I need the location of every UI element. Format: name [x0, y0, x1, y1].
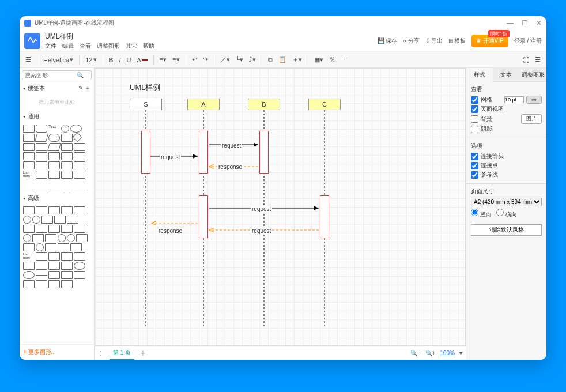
status-bar: ⋮ 第 1 页 + 🔍− 🔍+ 100% ▾ — [95, 346, 466, 360]
zoom-value[interactable]: 100% — [440, 350, 455, 356]
zoom-out-button[interactable]: 🔍− — [410, 350, 421, 356]
italic-button[interactable]: I — [116, 55, 123, 65]
radio-portrait[interactable] — [471, 209, 478, 216]
app-small-icon — [24, 20, 31, 27]
activation-A2[interactable] — [199, 195, 208, 238]
minimize-button[interactable]: — — [507, 19, 514, 27]
lbl-req2: request — [221, 142, 242, 149]
search-icon: 🔍 — [77, 72, 84, 78]
checkbox-conn-point[interactable] — [471, 162, 478, 169]
document-title[interactable]: UML样例 — [45, 32, 373, 42]
share-button[interactable]: ∝分享 — [403, 37, 420, 45]
activation-S1[interactable] — [141, 131, 150, 174]
link-button[interactable]: ％ — [327, 54, 338, 66]
general-shapes[interactable]: Text List Item — [20, 122, 94, 193]
lbl-req1: request — [160, 154, 181, 160]
checkbox-guideline[interactable] — [471, 171, 478, 179]
paste-button[interactable]: 📋 — [276, 54, 289, 65]
tab-adjust[interactable]: 调整图形 — [520, 68, 546, 82]
connector-button[interactable]: └▾ — [233, 54, 246, 65]
group-sticky[interactable]: 便签本✎ ＋ — [20, 82, 94, 94]
reset-style-button[interactable]: 清除默认风格 — [471, 224, 542, 236]
panel-toggle-button[interactable]: ☰ — [533, 54, 543, 65]
menu-file[interactable]: 文件 — [45, 42, 56, 50]
menu-other[interactable]: 其它 — [126, 42, 137, 50]
section-pagesize: 页面尺寸 — [471, 187, 542, 195]
font-select[interactable]: Helvetica▾ — [41, 54, 76, 65]
lbl-resp1: response — [217, 164, 243, 170]
template-icon: ⊞ — [448, 37, 453, 44]
pagesize-select[interactable]: A2 (420 mm x 594 mm) — [471, 198, 542, 206]
zoom-in-button[interactable]: 🔍+ — [425, 350, 436, 356]
menu-help[interactable]: 帮助 — [143, 42, 154, 50]
canvas-area: UML样例 S A B C — [95, 68, 466, 360]
advanced-shapes[interactable]: List Item — [20, 204, 94, 291]
lbl-req3: request — [251, 206, 272, 212]
shape-search-input[interactable] — [25, 72, 77, 78]
tab-text[interactable]: 文本 — [493, 68, 519, 82]
group-general[interactable]: 通用 — [20, 111, 94, 122]
checkbox-grid[interactable] — [471, 96, 478, 104]
copy-button[interactable]: ⧉ — [266, 54, 275, 65]
align-vert-button[interactable]: ≡▾ — [170, 54, 182, 65]
checkbox-conn-arrow[interactable] — [471, 153, 478, 160]
os-titlebar: UML样例-迅捷画图-在线流程图 — ☐ ✕ — [20, 16, 546, 30]
align-left-button[interactable]: ≡▾ — [157, 54, 169, 65]
lbl-resp2: response — [157, 228, 183, 234]
sequence-lines — [95, 69, 464, 340]
close-button[interactable]: ✕ — [536, 19, 542, 27]
shape-search[interactable]: 🔍 — [22, 70, 92, 80]
login-link[interactable]: 登录 / 注册 — [514, 37, 542, 45]
checkbox-background[interactable] — [471, 115, 478, 123]
grid-size-input[interactable] — [504, 96, 524, 103]
activation-C1[interactable] — [320, 195, 329, 238]
sidebar-toggle-button[interactable]: ☰ — [23, 54, 33, 65]
line-style-button[interactable]: ／▾ — [218, 54, 232, 66]
grid-color-button[interactable]: ▭ — [526, 96, 542, 104]
section-options: 选项 — [471, 142, 542, 150]
redo-button[interactable]: ↷ — [201, 54, 210, 65]
app-header: UML样例 文件 编辑 查看 调整图形 其它 帮助 💾保存 ∝分享 ↧导出 ⊞模… — [20, 30, 546, 52]
properties-panel: 样式 文本 调整图形 查看 网格 ▭ 页面视图 背景 图片 阴影 选项 连接箭头… — [466, 68, 546, 360]
image-button[interactable]: 图片 — [521, 114, 542, 124]
bold-button[interactable]: B — [107, 55, 116, 65]
page-tab-1[interactable]: 第 1 页 — [110, 346, 134, 360]
menu-bar: 文件 编辑 查看 调整图形 其它 帮助 — [45, 42, 373, 50]
share-icon: ∝ — [403, 37, 407, 44]
shapes-sidebar: 🔍 便签本✎ ＋ 把元素拖至此处 通用 Text List Item 高级 — [20, 68, 95, 360]
menu-view[interactable]: 查看 — [80, 42, 91, 50]
drawing-canvas[interactable]: UML样例 S A B C — [95, 68, 466, 346]
vip-button[interactable]: 限时1折 ♛ 开通VIP — [471, 35, 508, 47]
activation-B1[interactable] — [259, 131, 269, 174]
underline-button[interactable]: U — [124, 55, 134, 65]
lbl-req4: request — [251, 228, 272, 234]
waypoint-button[interactable]: ⤴▾ — [247, 54, 258, 65]
undo-button[interactable]: ↶ — [190, 54, 199, 65]
checkbox-shadow[interactable] — [471, 126, 478, 133]
main-area: 🔍 便签本✎ ＋ 把元素拖至此处 通用 Text List Item 高级 — [20, 68, 546, 360]
zoom-dropdown-icon[interactable]: ▾ — [459, 350, 462, 356]
radio-landscape[interactable] — [496, 209, 504, 216]
activation-A1[interactable] — [199, 131, 208, 174]
fullscreen-button[interactable]: ⛶ — [520, 55, 531, 65]
crown-icon: ♛ — [476, 37, 481, 44]
app-logo-icon — [24, 33, 40, 49]
tab-style[interactable]: 样式 — [466, 68, 493, 82]
sticky-dropzone[interactable]: 把元素拖至此处 — [20, 94, 94, 111]
more-button[interactable]: ⋯ — [339, 54, 350, 65]
export-button[interactable]: ↧导出 — [425, 37, 443, 45]
menu-adjust[interactable]: 调整图形 — [97, 42, 120, 50]
more-shapes-link[interactable]: + 更多图形... — [20, 344, 94, 360]
add-page-button[interactable]: + — [140, 348, 145, 359]
page-menu-icon[interactable]: ⋮ — [98, 350, 104, 356]
checkbox-pageview[interactable] — [471, 105, 478, 113]
maximize-button[interactable]: ☐ — [522, 19, 528, 27]
menu-edit[interactable]: 编辑 — [62, 42, 74, 50]
fontcolor-button[interactable]: A — [134, 55, 149, 65]
group-advanced[interactable]: 高级 — [20, 193, 94, 204]
fontsize-select[interactable]: 12 ▾ — [83, 54, 99, 65]
template-button[interactable]: ⊞模板 — [448, 37, 466, 45]
table-button[interactable]: ▦▾ — [312, 54, 326, 65]
save-button[interactable]: 💾保存 — [378, 37, 397, 45]
insert-button[interactable]: ＋▾ — [290, 54, 304, 66]
